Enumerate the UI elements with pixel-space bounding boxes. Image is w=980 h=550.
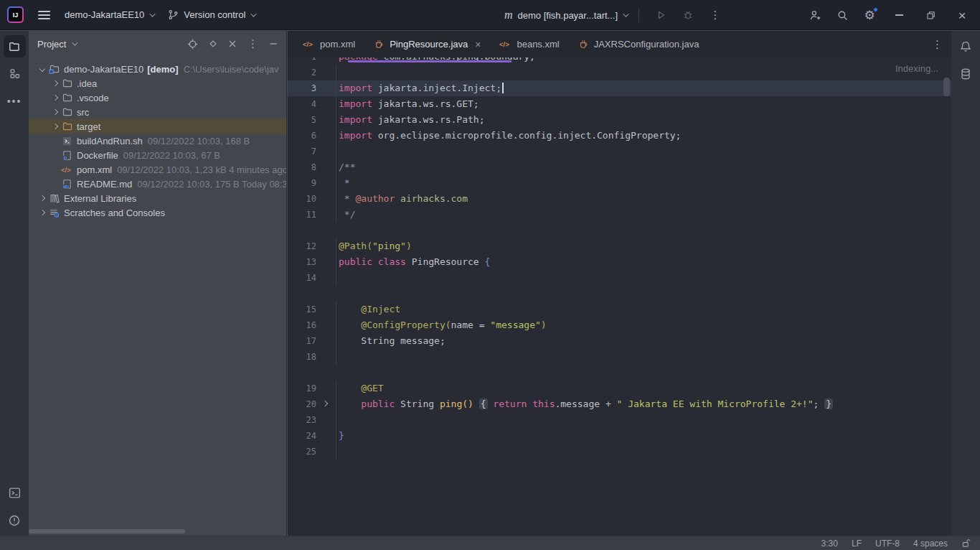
status-lf[interactable]: LF: [852, 539, 862, 549]
gutter-fold-area[interactable]: [316, 112, 336, 128]
line-number[interactable]: 10: [288, 191, 316, 207]
main-menu-button[interactable]: [38, 11, 50, 19]
tab-options-button[interactable]: ⋮: [932, 38, 943, 51]
status-4-spaces[interactable]: 4 spaces: [913, 539, 948, 549]
close-button[interactable]: ×: [950, 0, 974, 30]
line-number[interactable]: 9: [288, 175, 316, 191]
line-number[interactable]: 3: [288, 80, 316, 96]
code-line-16[interactable]: 16 @ConfigProperty(name = "message"): [288, 317, 951, 333]
code-line-4[interactable]: 4import jakarta.ws.rs.GET;: [288, 96, 951, 112]
gutter-fold-area[interactable]: [316, 80, 336, 96]
search-everywhere-button[interactable]: [832, 5, 852, 25]
gutter-fold-area[interactable]: [316, 412, 336, 428]
gutter-fold-area[interactable]: [316, 428, 336, 444]
line-number[interactable]: 13: [288, 254, 316, 270]
gutter-fold-area[interactable]: [316, 270, 336, 286]
more-run-options-button[interactable]: ⋮: [705, 5, 725, 25]
code-line-5[interactable]: 5import jakarta.ws.rs.Path;: [288, 112, 951, 128]
line-number[interactable]: 7: [288, 144, 316, 159]
code-line-14[interactable]: 14: [288, 270, 951, 286]
line-number[interactable]: 25: [288, 444, 316, 460]
tree-chevron-icon[interactable]: [49, 81, 61, 85]
line-number[interactable]: 17: [288, 333, 316, 349]
tree-chevron-icon[interactable]: [49, 124, 61, 129]
debug-button[interactable]: [678, 5, 698, 25]
tree-chevron-icon[interactable]: [49, 95, 61, 100]
code-line-7[interactable]: 7: [288, 144, 951, 159]
line-number[interactable]: 2: [288, 65, 316, 80]
code-line-15[interactable]: 15 @Inject: [288, 302, 951, 317]
line-number[interactable]: 15: [288, 302, 316, 317]
line-number[interactable]: 4: [288, 96, 316, 112]
line-number[interactable]: 20: [288, 396, 316, 412]
code-spacer-row[interactable]: [288, 223, 951, 238]
line-number[interactable]: 8: [288, 159, 316, 175]
gutter-fold-area[interactable]: [316, 128, 336, 144]
code-line-6[interactable]: 6import org.eclipse.microprofile.config.…: [288, 128, 951, 144]
code-editor[interactable]: Indexing... 1package com.airhacks.ping.b…: [288, 57, 951, 536]
more-tool-windows-button[interactable]: •••: [4, 90, 26, 112]
tree-item-external-libraries[interactable]: External Libraries: [29, 191, 286, 205]
restore-button[interactable]: [918, 0, 943, 30]
line-number[interactable]: 18: [288, 349, 316, 365]
code-line-11[interactable]: 11 */: [288, 207, 951, 223]
problems-toolwindow-button[interactable]: [4, 509, 26, 531]
lock-open-icon[interactable]: [961, 539, 971, 548]
code-line-8[interactable]: 8/**: [288, 159, 951, 175]
tree-chevron-icon[interactable]: [36, 67, 48, 71]
tree-item-readme-md[interactable]: MDREADME.md09/12/2022 10:03, 175 B Today…: [29, 177, 286, 191]
settings-button[interactable]: ⚙: [859, 5, 880, 25]
code-line-1[interactable]: 1package com.airhacks.ping.boundary;: [288, 57, 951, 65]
gutter-fold-area[interactable]: [316, 381, 336, 396]
minimize-button[interactable]: [887, 0, 911, 30]
gutter-fold-area[interactable]: [316, 144, 336, 159]
status-3-30[interactable]: 3:30: [821, 539, 838, 549]
panel-options-button[interactable]: ⋮: [248, 37, 258, 50]
tab-close-icon[interactable]: ×: [475, 39, 481, 50]
code-line-12[interactable]: 12@Path("ping"): [288, 238, 951, 254]
code-line-20[interactable]: 20 public String ping() { return this.me…: [288, 396, 951, 412]
tree-item-demo-jakartaee10[interactable]: demo-JakartaEE10[demo]C:\Users\luise\cod…: [29, 62, 286, 76]
hide-panel-button[interactable]: [269, 39, 278, 48]
code-spacer-row[interactable]: [288, 286, 951, 302]
code-line-10[interactable]: 10 * @author airhacks.com: [288, 191, 951, 207]
gutter-fold-area[interactable]: [316, 349, 336, 365]
tree-chevron-icon[interactable]: [36, 210, 48, 215]
code-line-2[interactable]: 2: [288, 65, 951, 80]
tree-item-target[interactable]: target: [29, 119, 286, 134]
project-horizontal-scrollbar[interactable]: [29, 529, 185, 533]
tree-chevron-icon[interactable]: [49, 110, 61, 114]
gutter-fold-area[interactable]: [316, 175, 336, 191]
code-with-me-button[interactable]: [805, 5, 825, 25]
line-number[interactable]: 11: [288, 207, 316, 223]
code-line-9[interactable]: 9 *: [288, 175, 951, 191]
code-spacer-row[interactable]: [288, 365, 951, 381]
expand-button[interactable]: [209, 39, 217, 48]
tree-item-buildandrun-sh[interactable]: buildAndRun.sh09/12/2022 10:03, 168 B: [29, 134, 286, 148]
gutter-fold-area[interactable]: [316, 317, 336, 333]
line-number[interactable]: 23: [288, 412, 316, 428]
tab-pingresource-java[interactable]: PingResource.java×: [364, 31, 490, 57]
gutter-fold-area[interactable]: [316, 254, 336, 270]
code-line-25[interactable]: 25: [288, 444, 951, 460]
tree-item-dockerfile[interactable]: DDockerfile09/12/2022 10:03, 67 B: [29, 148, 286, 162]
locate-file-button[interactable]: [187, 39, 198, 50]
line-number[interactable]: 6: [288, 128, 316, 144]
code-line-19[interactable]: 19 @GET: [288, 381, 951, 396]
tree-item-pom-xml[interactable]: </>pom.xml09/12/2022 10:03, 1,23 kB 4 mi…: [29, 162, 286, 177]
tree-item-src[interactable]: src: [29, 105, 286, 119]
line-number[interactable]: 19: [288, 381, 316, 396]
code-line-18[interactable]: 18: [288, 349, 951, 365]
code-line-17[interactable]: 17 String message;: [288, 333, 951, 349]
tab-pom-xml[interactable]: </>pom.xml: [293, 31, 364, 57]
code-line-3[interactable]: 3import jakarta.inject.Inject;: [288, 80, 951, 96]
run-configuration-selector[interactable]: m demo [fish.payar...tart...]: [504, 9, 627, 22]
structure-toolwindow-button[interactable]: [4, 62, 26, 85]
line-number[interactable]: 5: [288, 112, 316, 128]
gutter-fold-area[interactable]: [316, 444, 336, 460]
tab-jaxrsconfiguration-java[interactable]: JAXRSConfiguration.java: [569, 31, 709, 57]
gutter-fold-area[interactable]: [316, 159, 336, 175]
line-number[interactable]: 16: [288, 317, 316, 333]
vcs-widget[interactable]: Version control: [168, 9, 255, 20]
tree-item--idea[interactable]: .idea: [29, 76, 286, 90]
